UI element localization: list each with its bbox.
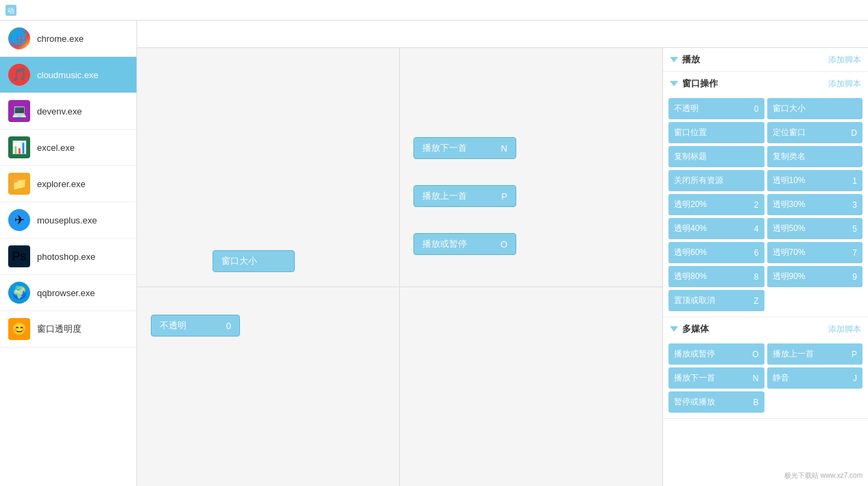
sidebar-label-devenv: devenv.exe [37,106,82,117]
cloudmusic-icon: 🎵 [8,64,30,86]
sidebar-label-mouseplus: mouseplus.exe [37,215,97,226]
window-ops-btn-透明70%[interactable]: 透明70%7 [767,242,863,263]
sidebar-item-chrome[interactable]: 🌐chrome.exe [0,21,136,57]
sidebar-item-explorer[interactable]: 📁explorer.exe [0,166,136,202]
playback-add-script[interactable]: 添加脚本 [828,54,861,66]
play-prev-label: 播放上一首 [422,190,467,202]
window-ops-btn-置顶或取消[interactable]: 置顶或取消Z [668,290,764,311]
multimedia-title-text: 多媒体 [682,323,709,335]
main-container: 🌐chrome.exe🎵cloudmusic.exe💻devenv.exe📊ex… [0,21,868,486]
playback-title-text: 播放 [682,53,700,66]
photoshop-icon: Ps [8,245,30,267]
window-ops-add-script[interactable]: 添加脚本 [828,78,861,90]
sidebar-item-window[interactable]: 😊窗口透明度 [0,311,136,348]
expand-all-button[interactable] [819,32,830,37]
sidebar-item-qqbrowser[interactable]: 🌍qqbrowser.exe [0,275,136,311]
window-ops-btn-复制标题[interactable]: 复制标题 [668,146,764,167]
explorer-icon: 📁 [8,173,30,195]
collapse-all-button[interactable] [791,32,802,37]
section-playback: 播放 添加脚本 [663,48,868,72]
canvas-bottom-left[interactable]: 不透明 0 [137,287,400,486]
window-ops-triangle [670,81,678,86]
window-ops-btn-透明90%[interactable]: 透明90%9 [767,266,863,287]
window-ops-btn-复制类名[interactable]: 复制类名 [767,146,863,167]
sidebar-label-explorer: explorer.exe [37,179,86,189]
sidebar-label-cloudmusic: cloudmusic.exe [37,70,99,80]
play-pause-label: 播放或暂停 [422,238,467,250]
toolbar-right [791,32,857,37]
sidebar: 🌐chrome.exe🎵cloudmusic.exe💻devenv.exe📊ex… [0,21,137,486]
window-ops-btn-透明60%[interactable]: 透明60%6 [668,242,764,263]
canvas-top-right[interactable]: 播放下一首 N 播放上一首 P 播放或暂停 O [400,48,662,287]
watermark: 极光下载站 www.xz7.com [784,471,863,481]
section-window-ops: 窗口操作 添加脚本 不透明0窗口大小窗口位置定位窗口D复制标题复制类名关闭所有资… [663,72,868,317]
window-ops-title-text: 窗口操作 [682,77,718,90]
add-group-button[interactable] [846,32,857,37]
excel-icon: 📊 [8,136,30,158]
window-ops-grid: 不透明0窗口大小窗口位置定位窗口D复制标题复制类名关闭所有资源透明10%1透明2… [663,95,868,317]
sidebar-item-devenv[interactable]: 💻devenv.exe [0,93,136,130]
play-prev-key: P [501,191,507,202]
play-pause-key: O [501,239,507,250]
sidebar-item-mouseplus[interactable]: ✈mouseplus.exe [0,202,136,239]
play-pause-block[interactable]: 播放或暂停 O [413,233,516,255]
play-prev-block[interactable]: 播放上一首 P [413,185,516,207]
maximize-button[interactable] [801,0,831,21]
svg-text:动: 动 [8,7,14,14]
clear-layout-button[interactable] [176,32,186,37]
titlebar: 动 [0,0,868,21]
toolbar [137,21,868,48]
qqbrowser-icon: 🌍 [8,282,30,304]
sidebar-item-excel[interactable]: 📊excel.exe [0,130,136,166]
window-size-block[interactable]: 窗口大小 [213,250,295,272]
window-ops-btn-透明30%[interactable]: 透明30%3 [767,194,863,215]
minimize-button[interactable] [769,0,799,21]
sidebar-label-window: 窗口透明度 [37,323,82,335]
add-process-button[interactable] [148,32,159,37]
canvas-top-left[interactable]: 窗口大小 [137,48,400,287]
window-ops-btn-透明20%[interactable]: 透明20%2 [668,194,764,215]
section-multimedia-header: 多媒体 添加脚本 [663,317,868,341]
multimedia-btn-播放上一首[interactable]: 播放上一首P [767,343,863,365]
play-next-block[interactable]: 播放下一首 N [413,137,516,159]
canvas-bottom: 不透明 0 [137,287,662,486]
titlebar-controls [769,0,863,21]
opacity-block[interactable]: 不透明 0 [151,315,240,337]
multimedia-btn-播放或暂停[interactable]: 播放或暂停O [668,343,764,365]
window-ops-btn-透明50%[interactable]: 透明50%5 [767,218,863,239]
section-multimedia: 多媒体 添加脚本 播放或暂停O播放上一首P播放下一首N静音J暂停或播放B [663,317,868,419]
opacity-label: 不透明 [160,319,186,332]
multimedia-btn-静音[interactable]: 静音J [767,367,863,389]
window-ops-btn-关闭所有资源[interactable]: 关闭所有资源 [668,170,764,191]
titlebar-left: 动 [5,5,21,16]
close-button[interactable] [832,0,863,21]
window-ops-btn-透明80%[interactable]: 透明80%8 [668,266,764,287]
sidebar-item-cloudmusic[interactable]: 🎵cloudmusic.exe [0,57,136,93]
canvas-bottom-right[interactable] [400,287,662,486]
app-icon: 动 [5,5,16,16]
mouseplus-icon: ✈ [8,209,30,231]
sidebar-item-photoshop[interactable]: Psphotoshop.exe [0,239,136,275]
window-ops-btn-定位窗口[interactable]: 定位窗口D [767,122,863,143]
play-next-key: N [501,143,507,154]
window-ops-btn-透明40%[interactable]: 透明40%4 [668,218,764,239]
multimedia-btn-暂停或播放[interactable]: 暂停或播放B [668,391,764,413]
window-ops-btn-透明10%[interactable]: 透明10%1 [767,170,863,191]
window-ops-btn-窗口大小[interactable]: 窗口大小 [767,98,863,119]
canvas-wrapper: 窗口大小 播放下一首 N 播放上一首 P [137,48,662,486]
window-ops-btn-不透明[interactable]: 不透明0 [668,98,764,119]
multimedia-grid: 播放或暂停O播放上一首P播放下一首N静音J暂停或播放B [663,341,868,418]
window-icon: 😊 [8,318,30,340]
multimedia-add-script[interactable]: 添加脚本 [828,324,861,335]
section-window-ops-title: 窗口操作 [670,77,718,90]
opacity-key: 0 [226,321,231,331]
window-ops-btn-窗口位置[interactable]: 窗口位置 [668,122,764,143]
section-multimedia-title: 多媒体 [670,323,709,335]
software-settings-button[interactable] [203,32,214,37]
multimedia-btn-播放下一首[interactable]: 播放下一首N [668,367,764,389]
watermark-site: 极光下载站 www.xz7.com [784,472,863,479]
section-window-ops-header: 窗口操作 添加脚本 [663,72,868,95]
right-panel: 播放 添加脚本 窗口操作 添加脚本 [662,48,868,486]
section-playback-header: 播放 添加脚本 [663,48,868,71]
sidebar-label-chrome: chrome.exe [37,34,84,44]
